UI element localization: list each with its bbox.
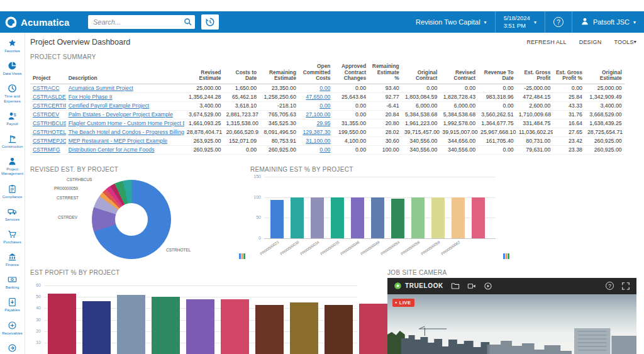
- table-cell[interactable]: 0.00: [299, 84, 333, 92]
- play-icon[interactable]: [484, 282, 492, 290]
- table-cell[interactable]: 0.00: [299, 145, 333, 154]
- project-link[interactable]: CSTRMEPJOB: [33, 138, 66, 144]
- bar-series-9[interactable]: [359, 304, 387, 354]
- committed-costs-link[interactable]: 0.00: [319, 102, 330, 109]
- project-link[interactable]: CSTRHBCUS: [33, 120, 66, 126]
- committed-costs-link[interactable]: 0.00: [319, 147, 330, 153]
- sidebar-item-purchases[interactable]: Purchases: [0, 226, 25, 248]
- description-link[interactable]: Distribution Center for Acme Foods: [69, 147, 155, 153]
- project-link[interactable]: CSTRACC: [33, 85, 60, 91]
- column-header[interactable]: Original Estimate: [585, 62, 625, 84]
- bar-PR00000034[interactable]: [311, 197, 324, 238]
- table-row[interactable]: CSTRMFGDistribution Center for Acme Food…: [30, 145, 625, 154]
- committed-costs-link[interactable]: 129,387.30: [303, 129, 330, 135]
- camera-help-icon[interactable]: [606, 282, 614, 290]
- bar-series-4[interactable]: [186, 299, 214, 354]
- table-cell[interactable]: CSTRCERTIF: [30, 101, 66, 110]
- column-header[interactable]: Approved Contract Changes: [333, 62, 369, 84]
- bar-PR00000030[interactable]: [291, 197, 304, 238]
- table-cell[interactable]: The Beach Hotel and Condos - Progress Bi…: [66, 128, 184, 136]
- description-link[interactable]: Fox Hole Phase II: [69, 94, 113, 100]
- table-row[interactable]: CSTRHOTELThe Beach Hotel and Condos - Pr…: [30, 128, 625, 136]
- table-cell[interactable]: Flagler Custom Home - Custom Home Projec…: [66, 119, 184, 128]
- committed-costs-link[interactable]: 0.00: [319, 85, 330, 91]
- table-cell[interactable]: CSTRMEPJOB: [30, 136, 66, 145]
- folder-icon[interactable]: [451, 282, 460, 290]
- table-cell[interactable]: CSTRASLDEM: [30, 92, 66, 101]
- sidebar-item-payroll[interactable]: $Payroll: [0, 108, 25, 130]
- bar-PR00000059[interactable]: [431, 197, 445, 238]
- description-link[interactable]: Palm Estates - Developer Project Example: [69, 111, 173, 118]
- table-row[interactable]: CSTRMEPJOBMEP Restaurant - MEP Project E…: [30, 136, 625, 145]
- table-row[interactable]: CSTRACCAcumatica Summit Project25,000.00…: [30, 84, 625, 92]
- table-row[interactable]: CSTRDEVPalm Estates - Developer Project …: [30, 110, 625, 119]
- sidebar-item-time-and-expenses[interactable]: Time and Expenses: [0, 80, 25, 107]
- search-input[interactable]: [88, 15, 195, 29]
- bar-series-1[interactable]: [82, 301, 111, 354]
- committed-costs-link[interactable]: 47,650.00: [306, 94, 330, 100]
- sidebar-item-more[interactable]: [0, 340, 25, 354]
- project-link[interactable]: CSTRMFG: [33, 147, 60, 153]
- table-cell[interactable]: 29.95: [299, 119, 333, 128]
- camera-video-feed[interactable]: LIVE: [387, 294, 636, 354]
- table-row[interactable]: CSTRCERTIFCertified Payroll Example Proj…: [30, 101, 625, 110]
- bar-series-8[interactable]: [325, 305, 353, 354]
- bar-series-5[interactable]: [221, 299, 249, 354]
- column-header[interactable]: Description: [66, 62, 184, 84]
- table-cell[interactable]: Fox Hole Phase II: [66, 92, 184, 101]
- sidebar-item-favorites[interactable]: Favorites: [0, 35, 25, 57]
- sidebar-item-project-management[interactable]: Project Management: [0, 153, 25, 180]
- user-menu[interactable]: Patsoft JSC: [572, 11, 644, 33]
- description-link[interactable]: The Beach Hotel and Condos - Progress Bi…: [69, 129, 184, 135]
- description-link[interactable]: MEP Restaurant - MEP Project Example: [69, 138, 168, 144]
- table-cell[interactable]: 47,650.00: [299, 92, 333, 101]
- project-link[interactable]: CSTRASLDEM: [33, 94, 66, 100]
- description-link[interactable]: Acumatica Summit Project: [69, 85, 133, 91]
- acumatica-logo[interactable]: Acumatica: [5, 16, 88, 28]
- table-cell[interactable]: Palm Estates - Developer Project Example: [66, 110, 184, 119]
- bar-PR00000062[interactable]: [452, 197, 465, 238]
- table-cell[interactable]: CSTRACC: [30, 84, 66, 92]
- project-link[interactable]: CSTRCERTIF: [33, 102, 66, 109]
- committed-costs-link[interactable]: 29.95: [316, 120, 330, 126]
- chart-menu-icon[interactable]: [239, 253, 245, 259]
- table-cell[interactable]: 27,100.00: [299, 110, 333, 119]
- column-header[interactable]: Remaining Estimate: [259, 62, 299, 84]
- sidebar-item-data-views[interactable]: Data Views: [0, 57, 25, 80]
- description-link[interactable]: Certified Payroll Example Project: [69, 102, 150, 109]
- table-cell[interactable]: Distribution Center for Acme Foods: [66, 145, 184, 154]
- column-header[interactable]: Remaining Estimate %: [369, 62, 402, 84]
- search-icon[interactable]: [184, 18, 192, 26]
- column-header[interactable]: Costs to Date: [223, 62, 259, 84]
- bar-series-6[interactable]: [255, 305, 284, 354]
- table-cell[interactable]: CSTRHOTEL: [30, 128, 66, 136]
- column-header[interactable]: Revenue To Date: [478, 62, 516, 84]
- project-link[interactable]: CSTRHOTEL: [33, 129, 66, 135]
- table-row[interactable]: CSTRASLDEMFox Hole Phase II1,356,244.286…: [30, 92, 625, 101]
- table-cell[interactable]: MEP Restaurant - MEP Project Example: [66, 136, 184, 145]
- bar-PR00000058[interactable]: [411, 197, 425, 238]
- table-cell[interactable]: Acumatica Summit Project: [66, 84, 184, 92]
- table-cell[interactable]: CSTRMFG: [30, 145, 66, 154]
- revised-donut-chart[interactable]: [92, 180, 171, 259]
- design-button[interactable]: DESIGN: [579, 39, 602, 45]
- column-header[interactable]: Est. Gross Profit: [516, 62, 553, 84]
- committed-costs-link[interactable]: 31,100.00: [306, 138, 330, 144]
- business-date-button[interactable]: [201, 14, 219, 30]
- bar-PR00000049[interactable]: [371, 197, 384, 238]
- committed-costs-link[interactable]: 27,100.00: [306, 111, 330, 118]
- bar-PR00000035[interactable]: [331, 197, 344, 238]
- chart-menu-icon[interactable]: [503, 253, 509, 259]
- sidebar-item-services[interactable]: Services: [0, 203, 25, 226]
- table-cell[interactable]: 0.00: [299, 101, 333, 110]
- bar-series-2[interactable]: [117, 295, 145, 354]
- table-cell[interactable]: Certified Payroll Example Project: [66, 101, 184, 110]
- sidebar-item-payables[interactable]: Payables: [0, 294, 25, 316]
- description-link[interactable]: Flagler Custom Home - Custom Home Projec…: [69, 120, 184, 126]
- bar-PR00000054[interactable]: [391, 199, 404, 238]
- column-header[interactable]: Revised Estimate: [184, 62, 224, 84]
- table-row[interactable]: CSTRHBCUSFlagler Custom Home - Custom Ho…: [30, 119, 625, 128]
- column-header[interactable]: Original Contract: [402, 62, 440, 84]
- table-cell[interactable]: 129,387.30: [299, 128, 333, 136]
- sidebar-item-construction[interactable]: Construction: [0, 130, 25, 153]
